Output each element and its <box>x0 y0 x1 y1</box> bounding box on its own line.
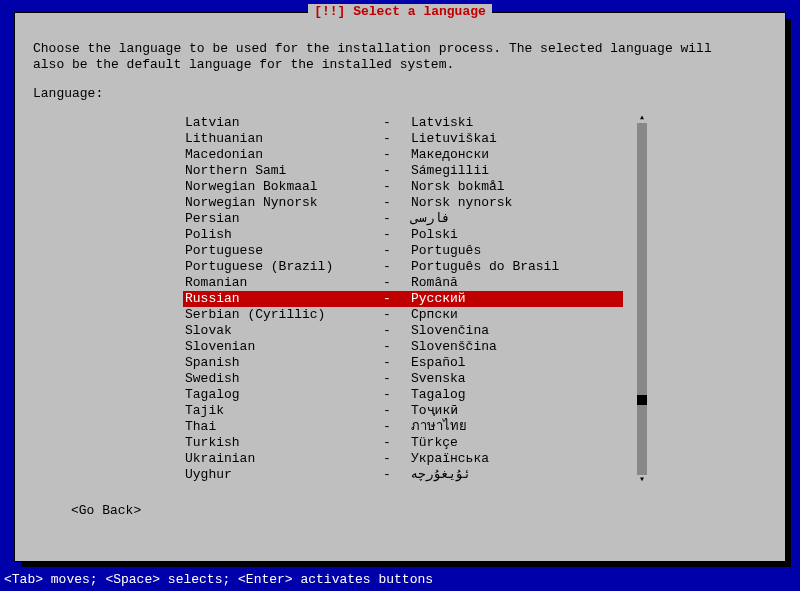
language-native: Русский <box>411 291 623 307</box>
list-item[interactable]: Turkish- Türkçe <box>183 435 623 451</box>
language-name: Lithuanian <box>183 131 383 147</box>
language-native: Sámegillii <box>411 163 623 179</box>
list-item[interactable]: Tagalog- Tagalog <box>183 387 623 403</box>
list-item[interactable]: Macedonian- Македонски <box>183 147 623 163</box>
separator: - <box>383 227 411 243</box>
list-item[interactable]: Ukrainian- Українська <box>183 451 623 467</box>
language-name: Norwegian Nynorsk <box>183 195 383 211</box>
language-native: Norsk bokmål <box>411 179 623 195</box>
language-list[interactable]: Latvian- LatviskiLithuanian- Lietuviškai… <box>183 115 623 483</box>
language-name: Uyghur <box>183 467 383 483</box>
language-label: Language: <box>33 86 767 101</box>
separator: - <box>383 147 411 163</box>
separator: - <box>383 339 411 355</box>
scrollbar[interactable]: ▴ ▾ <box>637 115 647 483</box>
separator: - <box>383 387 411 403</box>
separator: - <box>383 195 411 211</box>
separator: - <box>383 435 411 451</box>
language-name: Portuguese <box>183 243 383 259</box>
language-name: Northern Sami <box>183 163 383 179</box>
list-item[interactable]: Russian- Русский <box>183 291 623 307</box>
language-name: Spanish <box>183 355 383 371</box>
list-item[interactable]: Latvian- Latviski <box>183 115 623 131</box>
language-name: Russian <box>183 291 383 307</box>
language-native: Norsk nynorsk <box>411 195 623 211</box>
language-native: ئۇيغۇرچە <box>411 467 623 483</box>
language-native: Svenska <box>411 371 623 387</box>
list-item[interactable]: Romanian- Română <box>183 275 623 291</box>
language-native: Tagalog <box>411 387 623 403</box>
language-name: Thai <box>183 419 383 435</box>
list-item[interactable]: Lithuanian- Lietuviškai <box>183 131 623 147</box>
separator: - <box>383 323 411 339</box>
language-native: Slovenčina <box>411 323 623 339</box>
list-item[interactable]: Polish- Polski <box>183 227 623 243</box>
language-native: فارسی <box>411 211 623 227</box>
language-native: Español <box>411 355 623 371</box>
language-native: Српски <box>411 307 623 323</box>
separator: - <box>383 275 411 291</box>
list-item[interactable]: Slovenian- Slovenščina <box>183 339 623 355</box>
language-name: Swedish <box>183 371 383 387</box>
separator: - <box>383 211 411 227</box>
separator: - <box>383 403 411 419</box>
language-name: Serbian (Cyrillic) <box>183 307 383 323</box>
separator: - <box>383 163 411 179</box>
list-item[interactable]: Uyghur- ئۇيغۇرچە <box>183 467 623 483</box>
list-item[interactable]: Serbian (Cyrillic)- Српски <box>183 307 623 323</box>
separator: - <box>383 291 411 307</box>
footer-hint: <Tab> moves; <Space> selects; <Enter> ac… <box>4 572 433 587</box>
language-name: Latvian <box>183 115 383 131</box>
language-name: Portuguese (Brazil) <box>183 259 383 275</box>
language-native: Latviski <box>411 115 623 131</box>
list-item[interactable]: Norwegian Nynorsk- Norsk nynorsk <box>183 195 623 211</box>
instruction-text: Choose the language to be used for the i… <box>33 41 767 72</box>
list-item[interactable]: Portuguese (Brazil)- Português do Brasil <box>183 259 623 275</box>
list-item[interactable]: Northern Sami- Sámegillii <box>183 163 623 179</box>
language-name: Tajik <box>183 403 383 419</box>
language-list-wrap: Latvian- LatviskiLithuanian- Lietuviškai… <box>183 115 623 483</box>
language-native: Тоҷикӣ <box>411 403 623 419</box>
language-name: Slovenian <box>183 339 383 355</box>
list-item[interactable]: Slovak- Slovenčina <box>183 323 623 339</box>
list-item[interactable]: Thai- ภาษาไทย <box>183 419 623 435</box>
separator: - <box>383 467 411 483</box>
scroll-thumb[interactable] <box>637 395 647 405</box>
scroll-down-icon[interactable]: ▾ <box>637 475 647 485</box>
language-native: Türkçe <box>411 435 623 451</box>
language-native: Українська <box>411 451 623 467</box>
language-native: Română <box>411 275 623 291</box>
separator: - <box>383 371 411 387</box>
language-native: ภาษาไทย <box>411 419 623 435</box>
separator: - <box>383 243 411 259</box>
language-name: Tagalog <box>183 387 383 403</box>
dialog-content: Choose the language to be used for the i… <box>15 13 785 530</box>
language-name: Persian <box>183 211 383 227</box>
language-native: Polski <box>411 227 623 243</box>
list-item[interactable]: Tajik- Тоҷикӣ <box>183 403 623 419</box>
dialog-title-line: [!!] Select a language <box>15 4 785 19</box>
separator: - <box>383 419 411 435</box>
language-native: Slovenščina <box>411 339 623 355</box>
list-item[interactable]: Norwegian Bokmaal- Norsk bokmål <box>183 179 623 195</box>
list-item[interactable]: Persian- فارسی <box>183 211 623 227</box>
language-name: Polish <box>183 227 383 243</box>
language-native: Lietuviškai <box>411 131 623 147</box>
separator: - <box>383 355 411 371</box>
separator: - <box>383 179 411 195</box>
language-name: Romanian <box>183 275 383 291</box>
scroll-up-icon[interactable]: ▴ <box>637 113 647 123</box>
list-item[interactable]: Spanish- Español <box>183 355 623 371</box>
separator: - <box>383 259 411 275</box>
dialog-title: [!!] Select a language <box>308 4 492 19</box>
list-item[interactable]: Swedish- Svenska <box>183 371 623 387</box>
go-back-button[interactable]: <Go Back> <box>71 503 141 518</box>
separator: - <box>383 307 411 323</box>
separator: - <box>383 451 411 467</box>
dialog-box: [!!] Select a language Choose the langua… <box>14 12 786 562</box>
language-name: Ukrainian <box>183 451 383 467</box>
list-item[interactable]: Portuguese- Português <box>183 243 623 259</box>
language-name: Slovak <box>183 323 383 339</box>
language-native: Português do Brasil <box>411 259 623 275</box>
language-native: Português <box>411 243 623 259</box>
